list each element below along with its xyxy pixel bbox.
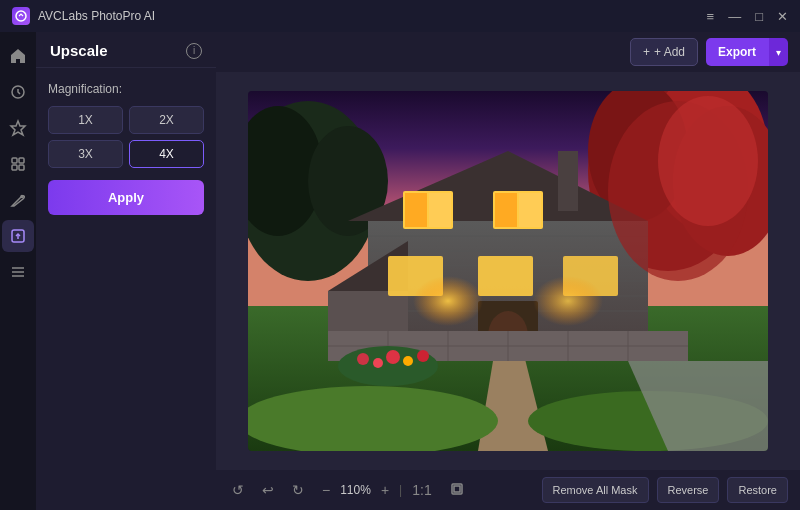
house-image xyxy=(248,91,768,451)
sidebar-item-more[interactable] xyxy=(2,256,34,288)
titlebar-controls[interactable]: ≡ — □ ✕ xyxy=(707,10,788,23)
magnification-label: Magnification: xyxy=(48,82,204,96)
svg-point-58 xyxy=(403,356,413,366)
sidebar-item-upscale[interactable] xyxy=(2,220,34,252)
main-layout: Upscale i Magnification: 1X 2X 3X 4X App… xyxy=(0,32,800,510)
bottom-right-controls: Remove All Mask Reverse Restore xyxy=(542,477,788,503)
menu-button[interactable]: ≡ xyxy=(707,10,715,23)
minimize-button[interactable]: — xyxy=(728,10,741,23)
mag-btn-4x[interactable]: 4X xyxy=(129,140,204,168)
svg-rect-35 xyxy=(405,193,427,227)
svg-rect-31 xyxy=(558,151,578,211)
app-title: AVCLabs PhotoPro AI xyxy=(38,9,155,23)
zoom-separator: | xyxy=(399,483,402,497)
mag-btn-1x[interactable]: 1X xyxy=(48,106,123,134)
svg-rect-5 xyxy=(12,165,17,170)
sidebar-item-effects[interactable] xyxy=(2,148,34,180)
info-icon[interactable]: i xyxy=(186,43,202,59)
sidebar-item-enhance[interactable] xyxy=(2,112,34,144)
svg-point-46 xyxy=(533,276,603,326)
svg-marker-2 xyxy=(11,121,25,135)
undo-button[interactable]: ↺ xyxy=(228,480,248,500)
maximize-button[interactable]: □ xyxy=(755,10,763,23)
close-button[interactable]: ✕ xyxy=(777,10,788,23)
panel: Upscale i Magnification: 1X 2X 3X 4X App… xyxy=(36,32,216,510)
top-bar: + + Add Export ▾ xyxy=(216,32,800,72)
apply-button[interactable]: Apply xyxy=(48,180,204,215)
svg-point-0 xyxy=(16,11,26,21)
content-area: + + Add Export ▾ xyxy=(216,32,800,510)
app-icon xyxy=(12,7,30,25)
svg-point-57 xyxy=(386,350,400,364)
magnification-grid: 1X 2X 3X 4X xyxy=(48,106,204,168)
fit-button[interactable] xyxy=(446,480,468,501)
zoom-out-button[interactable]: − xyxy=(318,480,334,500)
image-area xyxy=(216,72,800,470)
svg-point-55 xyxy=(357,353,369,365)
panel-title: Upscale xyxy=(50,42,108,59)
export-button[interactable]: Export xyxy=(706,38,768,66)
zoom-controls: − 110% + | 1:1 xyxy=(318,480,436,500)
svg-rect-6 xyxy=(19,165,24,170)
svg-rect-3 xyxy=(12,158,17,163)
panel-content: Magnification: 1X 2X 3X 4X Apply xyxy=(36,68,216,510)
export-button-group: Export ▾ xyxy=(706,38,788,66)
svg-rect-38 xyxy=(495,193,517,227)
svg-rect-66 xyxy=(454,486,460,492)
bottom-left-controls: ↺ ↩ ↻ − 110% + | 1:1 xyxy=(228,480,468,501)
mag-btn-2x[interactable]: 2X xyxy=(129,106,204,134)
zoom-reset-button[interactable]: 1:1 xyxy=(408,480,435,500)
reverse-button[interactable]: Reverse xyxy=(657,477,720,503)
undo2-button[interactable]: ↩ xyxy=(258,480,278,500)
zoom-level: 110% xyxy=(340,483,371,497)
zoom-in-button[interactable]: + xyxy=(377,480,393,500)
mag-btn-3x[interactable]: 3X xyxy=(48,140,123,168)
svg-rect-39 xyxy=(519,193,541,227)
remove-all-mask-button[interactable]: Remove All Mask xyxy=(542,477,649,503)
svg-point-56 xyxy=(373,358,383,368)
svg-point-64 xyxy=(658,96,758,226)
titlebar-left: AVCLabs PhotoPro AI xyxy=(12,7,155,25)
add-label: + Add xyxy=(654,45,685,59)
export-dropdown-button[interactable]: ▾ xyxy=(768,38,788,66)
svg-rect-41 xyxy=(478,256,533,296)
plus-icon: + xyxy=(643,45,650,59)
svg-rect-36 xyxy=(429,193,451,227)
sidebar-item-tools[interactable] xyxy=(2,184,34,216)
icon-sidebar xyxy=(0,32,36,510)
redo-button[interactable]: ↻ xyxy=(288,480,308,500)
bottom-bar: ↺ ↩ ↻ − 110% + | 1:1 Remove xyxy=(216,470,800,510)
restore-button[interactable]: Restore xyxy=(727,477,788,503)
sidebar-item-home[interactable] xyxy=(2,40,34,72)
sidebar-item-object[interactable] xyxy=(2,76,34,108)
image-container xyxy=(248,91,768,451)
panel-header: Upscale i xyxy=(36,32,216,68)
svg-rect-4 xyxy=(19,158,24,163)
titlebar: AVCLabs PhotoPro AI ≡ — □ ✕ xyxy=(0,0,800,32)
svg-point-59 xyxy=(417,350,429,362)
add-button[interactable]: + + Add xyxy=(630,38,698,66)
svg-point-45 xyxy=(413,276,483,326)
